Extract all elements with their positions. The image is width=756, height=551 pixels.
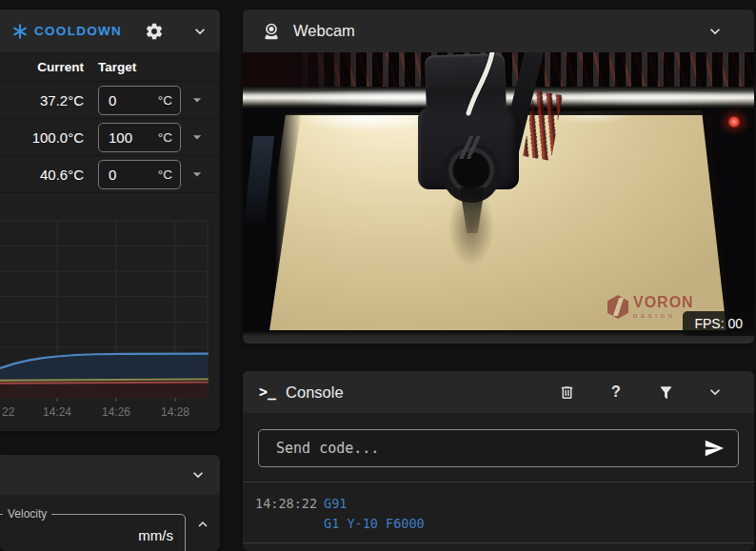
funnel-icon[interactable]: [653, 380, 678, 404]
target-temp-field[interactable]: °C: [98, 86, 181, 115]
velocity-input[interactable]: [9, 524, 108, 551]
chevron-down-icon[interactable]: [186, 462, 210, 487]
gear-icon[interactable]: [142, 19, 167, 44]
voron-emblem: [456, 136, 481, 159]
target-temp-field[interactable]: °C: [98, 160, 181, 189]
temperature-row: 37.2°C °C: [0, 82, 220, 119]
temperature-chart: 2214:2414:2614:28: [0, 190, 220, 431]
webcam-icon: [259, 19, 284, 44]
target-temp-input[interactable]: [99, 167, 149, 183]
console-input-row: [243, 413, 754, 467]
current-temp-value: 37.2°C: [0, 92, 84, 108]
voron-watermark: VORON DESIGN: [607, 295, 694, 319]
gcode-line: G1 Y-10 F6000: [324, 514, 425, 534]
target-temp-input[interactable]: [99, 92, 149, 108]
toolhead: [412, 52, 546, 252]
paper-plane-icon[interactable]: [702, 436, 726, 461]
temperature-row: 40.6°C °C: [0, 156, 220, 193]
console-entry: G1 Y-10 F6000: [255, 514, 754, 534]
velocity-stepper: [190, 512, 215, 551]
printer-front-panel: [243, 330, 754, 344]
gcode-input[interactable]: [274, 439, 702, 458]
svg-text:14:26: 14:26: [102, 405, 130, 419]
chevron-up-icon[interactable]: [190, 512, 215, 537]
current-temp-value: 40.6°C: [0, 167, 84, 183]
svg-text:22: 22: [2, 405, 15, 419]
temp-unit: °C: [158, 130, 180, 145]
gcode-line: G91: [324, 494, 347, 514]
temp-unit: °C: [158, 93, 180, 108]
chevron-down-icon[interactable]: [188, 19, 212, 44]
triangle-down-icon[interactable]: [185, 125, 209, 149]
target-temp-field[interactable]: °C: [98, 123, 181, 152]
current-column-header: Current: [0, 60, 84, 74]
svg-text:14:28: 14:28: [161, 405, 189, 419]
triangle-down-icon[interactable]: [185, 88, 209, 112]
console-panel: >_ Console ? 14:28:22 G91: [243, 371, 754, 551]
question-mark-icon[interactable]: ?: [604, 380, 628, 404]
console-title: Console: [286, 384, 344, 402]
voron-hex-logo: [607, 295, 628, 319]
temperature-panel-header: COOLDOWN: [0, 10, 220, 52]
webcam-stream: VORON DESIGN FPS: 00: [243, 52, 754, 344]
webcam-panel-header: Webcam: [243, 10, 754, 52]
trash-icon[interactable]: [554, 380, 579, 404]
console-divider: [243, 542, 754, 543]
temperature-row: 100.0°C °C: [0, 119, 220, 156]
temperature-table-header: Current Target: [0, 52, 220, 82]
console-log: 14:28:22 G91 G1 Y-10 F6000: [243, 482, 754, 534]
velocity-field[interactable]: Velocity mm/s: [0, 514, 186, 551]
triangle-down-icon[interactable]: [185, 162, 209, 187]
target-column-header: Target: [98, 60, 136, 74]
velocity-unit: mm/s: [138, 527, 173, 543]
chevron-down-icon[interactable]: [703, 380, 727, 404]
console-panel-header: >_ Console ?: [243, 371, 754, 413]
red-led: [726, 116, 742, 128]
control-panel-body: Velocity mm/s: [0, 495, 220, 551]
terminal-prompt-icon: >_: [259, 384, 276, 401]
console-entry: 14:28:22 G91: [255, 494, 754, 514]
console-timestamp: 14:28:22: [255, 494, 324, 514]
svg-text:14:24: 14:24: [43, 405, 71, 419]
target-temp-input[interactable]: [99, 129, 149, 146]
gcode-input-field[interactable]: [258, 429, 739, 467]
temperature-panel: COOLDOWN Current Target 37.2°C °C 100.0°…: [0, 10, 220, 431]
current-temp-value: 100.0°C: [0, 129, 84, 146]
control-panel: Velocity mm/s: [0, 455, 220, 551]
velocity-label: Velocity: [3, 507, 51, 521]
control-panel-header: [0, 455, 220, 495]
chevron-down-icon[interactable]: [190, 543, 215, 551]
cooldown-button[interactable]: COOLDOWN: [34, 24, 122, 38]
snowflake-icon: [11, 23, 29, 40]
webcam-panel: Webcam VORON: [243, 10, 754, 344]
chevron-down-icon[interactable]: [703, 19, 727, 44]
webcam-title: Webcam: [293, 22, 355, 40]
fps-badge: FPS: 00: [683, 311, 754, 336]
temp-unit: °C: [158, 167, 180, 182]
mainsail-dashboard: { "theme": { "accent_blue": "#3694e8", "…: [0, 0, 756, 551]
